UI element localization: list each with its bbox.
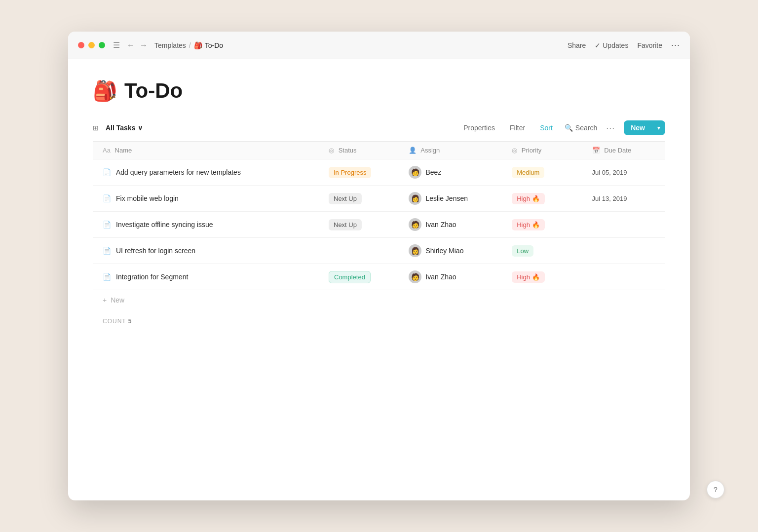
assign-name: Ivan Zhao (425, 221, 456, 228)
task-name: Integration for Segment (116, 273, 188, 281)
doc-icon: 📄 (103, 194, 111, 202)
col-header-priority: ◎ Priority (505, 142, 585, 159)
task-name-cell: 📄 Investigate offline syncing issue (93, 212, 322, 238)
traffic-lights (78, 42, 105, 48)
page-title: To-Do (124, 79, 183, 103)
task-status-cell: Next Up (322, 212, 402, 238)
assign-col-icon: 👤 (409, 147, 417, 154)
avatar: 🧑 (409, 270, 421, 283)
close-button[interactable] (78, 42, 84, 48)
priority-badge: High 🔥 (512, 271, 544, 283)
assign-name: Ivan Zhao (425, 273, 456, 281)
minimize-button[interactable] (88, 42, 95, 48)
task-status-cell: Completed (322, 264, 402, 290)
page-icon: 🎒 (93, 79, 117, 103)
all-tasks-label: All Tasks (106, 124, 135, 132)
col-header-assign: 👤 Assign (402, 142, 505, 159)
help-label: ? (714, 486, 718, 494)
add-new-row[interactable]: + New (93, 290, 665, 310)
task-name-cell: 📄 Integration for Segment (93, 264, 322, 290)
priority-col-icon: ◎ (512, 147, 517, 154)
table-row[interactable]: 📄 Investigate offline syncing issue Next… (93, 212, 665, 238)
task-duedate-cell (585, 238, 665, 264)
forward-button[interactable]: → (140, 41, 148, 50)
task-assign-cell: 👩 Shirley Miao (402, 238, 505, 264)
status-badge: In Progress (329, 167, 371, 178)
doc-icon: 📄 (103, 221, 111, 228)
status-col-icon: ◎ (329, 147, 334, 154)
maximize-button[interactable] (99, 42, 105, 48)
table-header-row: Aa Name ◎ Status 👤 Assign ◎ Priority (93, 142, 665, 159)
task-status-cell: Next Up (322, 186, 402, 212)
avatar: 👩 (409, 192, 421, 205)
count-label: COUNT (103, 318, 126, 325)
toolbar-right: Properties Filter Sort 🔍 Search ··· New … (460, 120, 665, 135)
task-name-cell: 📄 UI refresh for login screen (93, 238, 322, 264)
duedate-col-icon: 📅 (592, 147, 600, 154)
more-toolbar-button[interactable]: ··· (606, 123, 615, 133)
table-icon: ⊞ (93, 124, 99, 132)
search-label: Search (575, 124, 597, 132)
col-duedate-label: Due Date (604, 147, 631, 154)
updates-button[interactable]: ✓ Updates (595, 41, 628, 49)
filter-button[interactable]: Filter (507, 121, 528, 134)
new-button-label: New (624, 120, 652, 135)
col-status-label: Status (339, 147, 357, 154)
col-header-status: ◎ Status (322, 142, 402, 159)
table-row[interactable]: 📄 Add query parameters for new templates… (93, 159, 665, 186)
assign-name: Beez (425, 168, 441, 176)
task-name: UI refresh for login screen (116, 247, 195, 255)
col-header-name: Aa Name (93, 142, 322, 159)
toolbar: ⊞ All Tasks ∨ Properties Filter Sort 🔍 S… (93, 120, 665, 141)
sort-button[interactable]: Sort (537, 121, 556, 134)
task-name-cell: 📄 Fix mobile web login (93, 186, 322, 212)
table-row[interactable]: 📄 Integration for Segment Completed 🧑 Iv… (93, 264, 665, 290)
name-col-icon: Aa (103, 147, 111, 154)
new-btn-chevron[interactable]: ▾ (652, 121, 665, 135)
assign-name: Shirley Miao (425, 247, 463, 255)
task-priority-cell: High 🔥 (505, 212, 585, 238)
status-badge: Completed (329, 271, 371, 283)
all-tasks-button[interactable]: All Tasks ∨ (102, 121, 147, 134)
breadcrumb-current: 🎒 To-Do (194, 41, 223, 49)
task-name-cell: 📄 Add query parameters for new templates (93, 159, 322, 186)
add-icon: + (103, 296, 107, 304)
menu-icon[interactable]: ☰ (113, 40, 120, 50)
main-window: ☰ ← → Templates / 🎒 To-Do Share ✓ Update… (68, 32, 690, 500)
col-assign-label: Assign (420, 147, 440, 154)
task-priority-cell: Medium (505, 159, 585, 186)
new-button[interactable]: New ▾ (624, 120, 665, 135)
task-priority-cell: High 🔥 (505, 186, 585, 212)
task-assign-cell: 👩 Leslie Jensen (402, 186, 505, 212)
favorite-button[interactable]: Favorite (637, 41, 662, 49)
avatar: 👩 (409, 244, 421, 257)
count-value: 5 (128, 318, 132, 325)
priority-badge: Medium (512, 167, 544, 178)
task-tbody: 📄 Add query parameters for new templates… (93, 159, 665, 290)
doc-icon: 📄 (103, 273, 111, 281)
help-button[interactable]: ? (707, 481, 724, 498)
properties-button[interactable]: Properties (460, 121, 498, 134)
avatar: 🧑 (409, 218, 421, 231)
titlebar-actions: Share ✓ Updates Favorite ··· (568, 40, 680, 50)
table-row[interactable]: 📄 Fix mobile web login Next Up 👩 Leslie … (93, 186, 665, 212)
doc-icon: 📄 (103, 247, 111, 255)
breadcrumb: Templates / 🎒 To-Do (154, 41, 568, 49)
page-header: 🎒 To-Do (93, 79, 665, 103)
task-name: Investigate offline syncing issue (116, 221, 213, 228)
task-status-cell (322, 238, 402, 264)
status-badge: Next Up (329, 219, 362, 230)
more-options-button[interactable]: ··· (671, 40, 680, 50)
share-button[interactable]: Share (568, 41, 586, 49)
priority-badge: High 🔥 (512, 193, 544, 204)
titlebar: ☰ ← → Templates / 🎒 To-Do Share ✓ Update… (68, 32, 690, 59)
task-duedate-cell (585, 212, 665, 238)
task-assign-cell: 🧑 Beez (402, 159, 505, 186)
breadcrumb-parent[interactable]: Templates (154, 41, 186, 49)
breadcrumb-separator: / (189, 41, 191, 49)
search-button[interactable]: 🔍 Search (565, 124, 597, 132)
table-row[interactable]: 📄 UI refresh for login screen 👩 Shirley … (93, 238, 665, 264)
back-button[interactable]: ← (127, 41, 135, 50)
task-name: Fix mobile web login (116, 194, 179, 202)
status-badge: Next Up (329, 193, 362, 204)
